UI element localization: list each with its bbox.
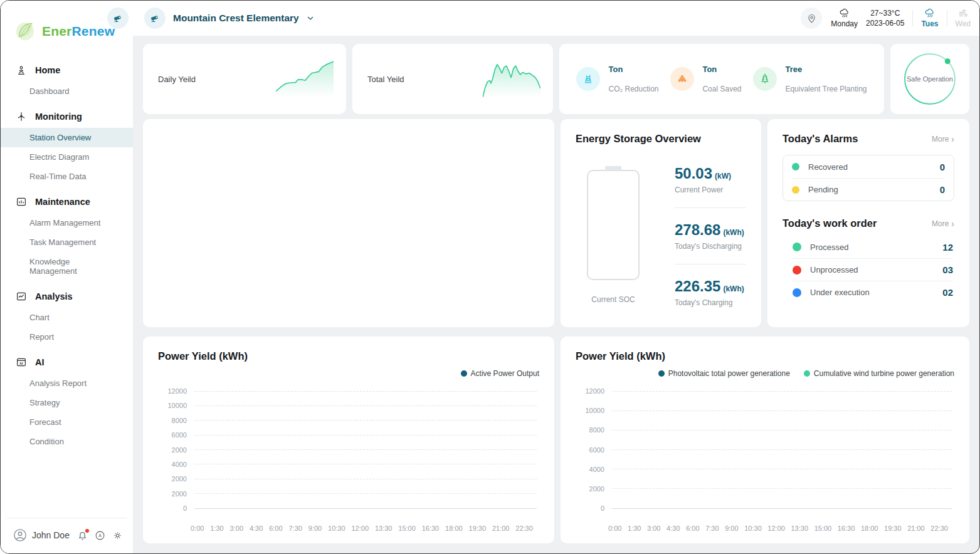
y-axis-tick: 4000 — [158, 461, 187, 468]
app-window: EnerRenew Home Dashboard Monitoring — [0, 0, 980, 554]
total-yield-card: Total Yeild — [352, 44, 553, 114]
weather-tuesday[interactable]: Tues — [921, 8, 938, 28]
sidebar-item-strategy[interactable]: Strategy — [1, 393, 133, 412]
section-label: Monitoring — [35, 112, 82, 122]
eco-label: CO₂ Reduction — [608, 85, 658, 93]
safe-operation-label: Safe Operation — [902, 51, 957, 107]
brand-name: EnerRenew — [42, 24, 115, 39]
energy-storage-card: Energy Storage Overview Current SOC 50.0… — [561, 119, 761, 327]
legend-dot-icon — [658, 370, 665, 377]
chevron-right-icon: › — [951, 220, 954, 227]
x-axis-tick: 18:00 — [861, 525, 878, 532]
sidebar-item-alarm-management[interactable]: Alarm Management — [1, 213, 133, 233]
sidebar-item-real-time-data[interactable]: Real-Time Data — [1, 167, 133, 186]
x-axis-tick: 0:00 — [608, 525, 621, 532]
discharging-metric: 278.68(kWh) Today's Discharging — [675, 221, 746, 251]
grid-row: 2000 — [158, 490, 537, 498]
total-yield-label: Total Yeild — [367, 75, 483, 84]
main-area: Mountain Crest Elementary — [133, 1, 979, 553]
alarms-title: Today's Alarms — [782, 133, 858, 145]
metric-label: Today's Charging — [675, 298, 746, 307]
camera-button[interactable] — [107, 8, 129, 29]
y-axis-tick: 2000 — [158, 475, 187, 483]
weather-wednesday[interactable]: Wed — [956, 8, 971, 28]
grid-row: 4000 — [576, 466, 952, 473]
y-axis-tick: 12000 — [158, 387, 187, 395]
metric-label: Today's Discharging — [675, 242, 746, 251]
sidebar-item-station-overview[interactable]: Station Overview — [1, 128, 133, 147]
grid-row: 6000 — [158, 431, 537, 439]
sidebar-section-home[interactable]: Home — [1, 59, 133, 81]
sidebar-item-analysis-report[interactable]: Analysis Report — [1, 374, 133, 393]
home-person-icon — [16, 65, 27, 76]
legend-label: Cumulative wind turbine power generation — [814, 369, 954, 378]
legend-item[interactable]: Active Power Output — [461, 368, 539, 379]
workorder-row-under-execution: Under execution 02 — [793, 281, 953, 303]
divider — [675, 207, 746, 208]
battery-cap — [605, 166, 621, 170]
alarms-more-link[interactable]: More › — [932, 135, 954, 144]
station-selector[interactable]: Mountain Crest Elementary — [144, 8, 314, 29]
daily-yield-sparkline — [276, 61, 334, 97]
section-label: AI — [35, 357, 45, 367]
alarm-row-pending: Pending 0 — [792, 178, 945, 201]
workorder-row-unprocessed: Unprocessed 03 — [793, 258, 953, 281]
brand-renew: Renew — [72, 24, 115, 38]
workorder-more-link[interactable]: More › — [932, 219, 954, 228]
power-yield-chart-dual: Power Yield (kWh) Photovoltaic total pow… — [561, 337, 969, 543]
sidebar-item-condition[interactable]: Condition — [1, 432, 133, 451]
sidebar-item-dashboard[interactable]: Dashboard — [1, 81, 133, 101]
sidebar-item-task-management[interactable]: Task Management — [1, 233, 133, 252]
grid-row: 8000 — [158, 417, 537, 424]
metric-label: Current Power — [675, 186, 746, 194]
language-button[interactable]: A — [95, 530, 105, 541]
sidebar-section-ai[interactable]: AI AI — [1, 351, 133, 374]
sidebar-item-report[interactable]: Report — [1, 327, 133, 347]
sidebar-section-monitoring[interactable]: Monitoring — [1, 105, 133, 128]
header-right: Monday 27~33°C 2023-06-05 Tues — [801, 8, 971, 29]
y-axis-tick: 10000 — [576, 407, 604, 414]
notifications-button[interactable] — [77, 530, 88, 541]
sidebar-section-maintenance[interactable]: Maintenance — [1, 191, 133, 213]
legend-item[interactable]: Photovoltaic total power generatione — [658, 368, 790, 379]
sidebar-section-analysis[interactable]: Analysis — [1, 285, 133, 308]
co2-factory-icon — [576, 67, 600, 91]
grid-row: 2000 — [576, 485, 952, 493]
x-axis-tick: 3:00 — [647, 525, 660, 532]
wind-turbine-icon — [16, 111, 27, 122]
settings-button[interactable] — [112, 530, 123, 541]
wind-icon — [957, 8, 969, 18]
metric-value: 226.35 — [675, 278, 720, 295]
battery-gauge — [587, 170, 640, 280]
sidebar-item-chart[interactable]: Chart — [1, 308, 133, 327]
x-axis: 0:001:303:004:306:007:309:0010:3012:0013… — [191, 525, 533, 532]
camera-bubble — [144, 8, 166, 29]
x-axis-tick: 22:30 — [930, 525, 948, 532]
y-axis-tick: 0 — [158, 504, 187, 512]
section-label: Home — [35, 65, 60, 75]
gridline — [194, 493, 537, 494]
workorder-count: 02 — [942, 287, 953, 298]
alarm-row-recovered: Recovered 0 — [792, 155, 945, 178]
storage-title: Energy Storage Overview — [576, 133, 746, 145]
coal-dots-icon — [670, 67, 694, 91]
grid-row: 12000 — [158, 387, 537, 395]
workorder-label: Unprocessed — [810, 265, 942, 274]
location-button[interactable] — [801, 8, 822, 29]
rain-cloud-icon — [839, 8, 850, 18]
x-axis-tick: 12:00 — [767, 525, 785, 532]
status-dot — [793, 243, 801, 251]
sidebar-item-knowledge-management[interactable]: Knowledge Management — [1, 252, 133, 281]
sidebar-item-electric-diagram[interactable]: Electric Diagram — [1, 147, 133, 167]
sidebar-item-forecast[interactable]: Forecast — [1, 412, 133, 432]
legend-item[interactable]: Cumulative wind turbine power generation — [804, 368, 954, 379]
notification-badge — [85, 529, 89, 533]
gridline — [612, 449, 952, 450]
workorder-count: 12 — [942, 242, 953, 253]
y-axis-tick: 8000 — [158, 417, 187, 424]
y-axis-tick: 4000 — [576, 466, 604, 473]
more-label: More — [932, 219, 949, 228]
grid-row: 0 — [576, 504, 952, 512]
y-axis-tick: 2000 — [576, 485, 604, 493]
alarm-count: 0 — [940, 184, 945, 195]
